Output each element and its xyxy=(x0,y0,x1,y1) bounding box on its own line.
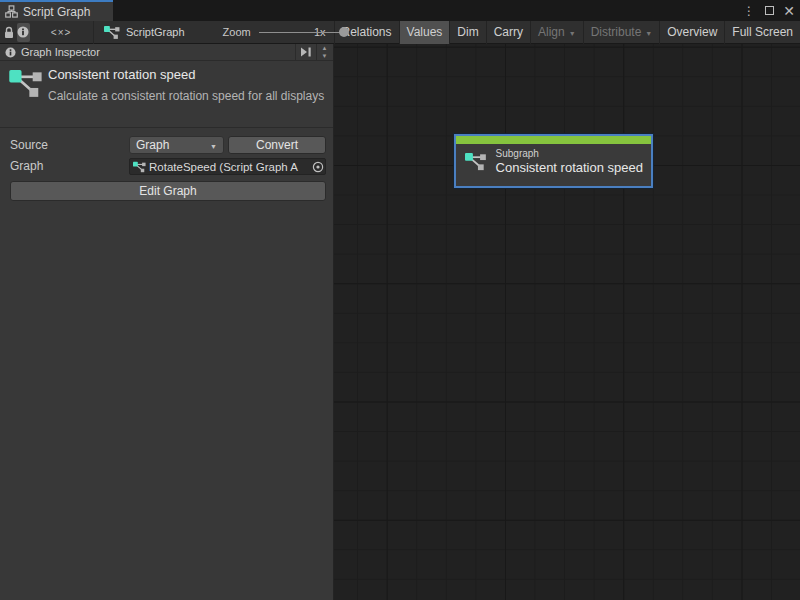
chevron-up-icon: ▲ xyxy=(322,45,328,51)
script-graph-asset-icon xyxy=(9,69,43,98)
inspector-title: Graph Inspector xyxy=(21,46,100,58)
graph-object-field[interactable]: RotateSpeed (Script Graph A xyxy=(129,158,326,175)
graph-field-label: Graph xyxy=(10,159,43,173)
chevron-down-icon: ▼ xyxy=(569,30,576,37)
convert-button[interactable]: Convert xyxy=(228,136,326,154)
graph-description: Calculate a consistent rotation speed fo… xyxy=(48,89,326,105)
tab-title: Script Graph xyxy=(23,5,90,19)
graph-breadcrumb-label: ScriptGraph xyxy=(126,26,185,38)
full-screen-button[interactable]: Full Screen xyxy=(725,21,800,44)
graph-summary-section: Consistent rotation speed Calculate a co… xyxy=(0,61,333,128)
chevron-down-icon: ▼ xyxy=(322,53,328,59)
info-icon xyxy=(17,26,29,38)
maximize-button[interactable] xyxy=(760,2,778,20)
align-dropdown-button[interactable]: Align▼ xyxy=(531,21,584,44)
graph-object-value: RotateSpeed (Script Graph A xyxy=(149,161,310,173)
subgraph-node[interactable]: Subgraph Consistent rotation speed xyxy=(454,134,653,188)
info-icon xyxy=(5,47,16,58)
script-graph-asset-icon xyxy=(133,161,146,173)
chevron-down-icon: ▼ xyxy=(645,30,652,37)
zoom-label: Zoom xyxy=(223,26,251,38)
graph-toolbar: <×> ScriptGraph Zoom 1x Relations Values… xyxy=(0,21,800,44)
maximize-icon xyxy=(765,6,774,15)
tab-script-graph[interactable]: Script Graph xyxy=(0,0,113,21)
graph-breadcrumb[interactable]: ScriptGraph xyxy=(104,25,185,40)
overview-button[interactable]: Overview xyxy=(660,21,725,44)
window-controls: ⋮ ✕ xyxy=(740,0,798,21)
window-titlebar: Script Graph ⋮ ✕ xyxy=(0,0,800,21)
source-row: Source Graph ▼ Convert xyxy=(0,136,333,154)
node-header-bar xyxy=(456,136,651,144)
edit-graph-button[interactable]: Edit Graph xyxy=(10,181,326,201)
panel-scrubber[interactable]: ▲ ▼ xyxy=(317,44,332,60)
source-dropdown[interactable]: Graph ▼ xyxy=(129,136,224,154)
dock-panel-icon xyxy=(300,47,312,57)
source-dropdown-value: Graph xyxy=(136,138,169,152)
node-body: Subgraph Consistent rotation speed xyxy=(456,144,651,179)
node-type-label: Subgraph xyxy=(496,148,643,159)
distribute-dropdown-button[interactable]: Distribute▼ xyxy=(584,21,661,44)
toolbar-toggle-group: Relations Values Dim Carry Align▼ Distri… xyxy=(334,21,800,44)
csharp-preview-toggle-button[interactable]: <×> xyxy=(51,23,72,42)
graph-inspector-header: Graph Inspector ▲ ▼ xyxy=(0,44,333,61)
inspector-toggle-button[interactable] xyxy=(17,23,30,42)
inspector-header-controls: ▲ ▼ xyxy=(295,44,332,60)
dock-sidebar-button[interactable] xyxy=(295,44,317,60)
graph-canvas[interactable]: Subgraph Consistent rotation speed xyxy=(334,44,800,600)
node-title: Consistent rotation speed xyxy=(496,160,643,175)
window-menu-button[interactable]: ⋮ xyxy=(740,2,758,20)
graph-title: Consistent rotation speed xyxy=(48,67,195,82)
script-graph-asset-icon xyxy=(104,25,120,40)
object-picker-icon xyxy=(312,161,324,173)
toolbar-divider xyxy=(93,21,94,44)
close-button[interactable]: ✕ xyxy=(780,2,798,20)
graph-inspector-panel: Graph Inspector ▲ ▼ Consistent rotation … xyxy=(0,44,334,600)
object-picker-button[interactable] xyxy=(310,159,325,174)
source-label: Source xyxy=(10,138,48,152)
zoom-slider[interactable] xyxy=(259,21,309,44)
dim-button[interactable]: Dim xyxy=(450,21,486,44)
node-text: Subgraph Consistent rotation speed xyxy=(496,148,643,175)
lock-icon xyxy=(3,26,15,39)
chevron-down-icon: ▼ xyxy=(210,143,217,150)
script-graph-window-icon xyxy=(5,5,18,18)
graph-field-row: Graph RotateSpeed (Script Graph A xyxy=(0,158,333,175)
zoom-slider-track xyxy=(259,32,347,33)
carry-button[interactable]: Carry xyxy=(487,21,531,44)
subgraph-node-icon xyxy=(465,148,487,175)
unity-script-graph-window: Script Graph ⋮ ✕ <×> xyxy=(0,0,800,600)
values-button[interactable]: Values xyxy=(400,21,451,44)
zoom-slider-handle[interactable] xyxy=(339,27,349,37)
lock-button[interactable] xyxy=(3,23,15,42)
